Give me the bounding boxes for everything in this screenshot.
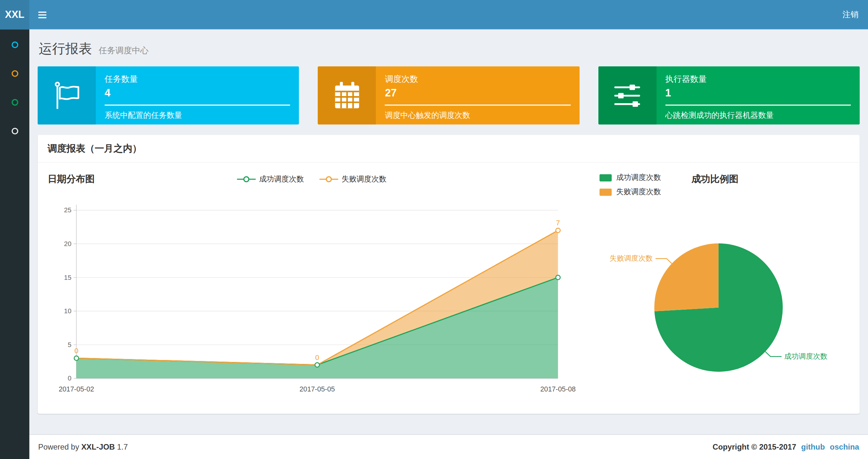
progress-bar xyxy=(104,104,290,105)
info-box-content: 调度次数 27 调度中心触发的调度次数 xyxy=(376,66,580,124)
sidebar-item-1[interactable] xyxy=(0,31,29,59)
line-chart-title: 日期分布图 xyxy=(48,173,95,185)
svg-text:成功调度次数: 成功调度次数 xyxy=(784,352,827,360)
sidebar-toggle-button[interactable] xyxy=(29,0,55,29)
svg-text:2017-05-02: 2017-05-02 xyxy=(59,385,94,393)
info-box-content: 任务数量 4 系统中配置的任务数量 xyxy=(96,66,299,124)
info-box-content: 执行器数量 1 心跳检测成功的执行器机器数量 xyxy=(656,66,860,124)
footer-right: Copyright © 2015-2017 github oschina xyxy=(712,442,859,451)
line-chart-legend: 成功调度次数 失败调度次数 xyxy=(46,169,577,184)
legend-item-fail[interactable]: 失败调度次数 xyxy=(319,174,386,185)
line-chart-header: 日期分布图 成功调度次数 xyxy=(46,169,577,190)
legend-label: 成功调度次数 xyxy=(259,174,304,185)
legend-label: 失败调度次数 xyxy=(341,174,386,185)
page-header: 运行报表 任务调度中心 xyxy=(39,40,860,58)
svg-text:25: 25 xyxy=(64,206,71,214)
hamburger-icon xyxy=(38,11,46,18)
info-box-number: 1 xyxy=(665,87,851,99)
success-ratio-chart: 成功调度次数 失败调度次数 成功比例图 成功调度次数失败调度次数 xyxy=(577,169,851,404)
main-content: 运行报表 任务调度中心 任务数量 4 系统中配置的任务数量 xyxy=(29,29,868,434)
info-box-number: 27 xyxy=(385,87,570,99)
logout-link[interactable]: 注销 xyxy=(833,0,868,29)
line-marker-icon xyxy=(319,175,338,183)
info-box-title: 调度次数 xyxy=(385,74,570,85)
svg-text:10: 10 xyxy=(64,307,71,315)
svg-text:5: 5 xyxy=(68,341,71,348)
page-title: 运行报表 xyxy=(39,41,92,56)
navbar: XXL 注销 xyxy=(0,0,868,29)
sidebar-item-2[interactable] xyxy=(0,59,29,88)
sidebar-item-4[interactable] xyxy=(0,117,29,146)
pie-chart-header: 成功调度次数 失败调度次数 成功比例图 xyxy=(577,169,851,194)
page-subtitle: 任务调度中心 xyxy=(99,45,149,55)
info-box-description: 心跳检测成功的执行器机器数量 xyxy=(665,111,851,121)
svg-text:0: 0 xyxy=(74,347,78,355)
brand-name: XXL-JOB xyxy=(81,442,115,451)
info-box-executors: 执行器数量 1 心跳检测成功的执行器机器数量 xyxy=(598,66,860,124)
svg-text:0: 0 xyxy=(68,374,71,382)
oschina-link[interactable]: oschina xyxy=(830,442,859,451)
info-box-icon-area xyxy=(598,66,656,124)
info-box-title: 任务数量 xyxy=(104,74,290,85)
copyright-text: Copyright © 2015-2017 xyxy=(712,442,796,451)
info-box-triggers: 调度次数 27 调度中心触发的调度次数 xyxy=(318,66,580,124)
pie-chart-title: 成功比例图 xyxy=(691,173,738,185)
app-root: XXL 注销 运行报表 任务调度中心 xyxy=(0,0,868,459)
circle-icon xyxy=(11,41,18,48)
legend-item-success[interactable]: 成功调度次数 xyxy=(237,174,304,185)
svg-text:15: 15 xyxy=(64,274,71,281)
sliders-icon xyxy=(613,81,642,110)
info-box-number: 4 xyxy=(104,87,290,99)
flag-icon xyxy=(52,81,81,110)
line-marker-icon xyxy=(237,175,256,183)
svg-text:7: 7 xyxy=(556,219,560,227)
svg-text:失败调度次数: 失败调度次数 xyxy=(610,254,653,262)
powered-by: Powered by XXL-JOB 1.7 xyxy=(38,442,128,451)
legend-item-success[interactable]: 成功调度次数 xyxy=(600,173,661,183)
summary-boxes: 任务数量 4 系统中配置的任务数量 xyxy=(38,66,860,124)
panel-title: 调度报表（一月之内） xyxy=(38,135,860,163)
pie-chart-canvas[interactable]: 成功调度次数失败调度次数 xyxy=(577,194,851,381)
info-box-title: 执行器数量 xyxy=(665,74,851,85)
circle-icon xyxy=(11,70,18,76)
info-box-tasks: 任务数量 4 系统中配置的任务数量 xyxy=(38,66,299,124)
progress-bar xyxy=(665,104,851,105)
info-box-description: 系统中配置的任务数量 xyxy=(104,111,290,121)
panel-body: 日期分布图 成功调度次数 xyxy=(38,163,860,414)
date-distribution-chart: 日期分布图 成功调度次数 xyxy=(46,169,577,404)
svg-text:2017-05-08: 2017-05-08 xyxy=(540,385,576,393)
info-box-icon-area xyxy=(318,66,376,124)
footer: Powered by XXL-JOB 1.7 Copyright © 2015-… xyxy=(29,434,868,459)
legend-label: 成功调度次数 xyxy=(616,173,661,183)
legend-swatch-icon xyxy=(600,174,612,181)
svg-text:20: 20 xyxy=(64,240,71,248)
line-chart-canvas[interactable]: 05101520252017-05-022017-05-052017-05-08… xyxy=(46,190,577,401)
info-box-description: 调度中心触发的调度次数 xyxy=(385,111,570,121)
circle-icon xyxy=(11,99,18,105)
report-panel: 调度报表（一月之内） 日期分布图 成功调度次数 xyxy=(38,135,860,414)
svg-text:2017-05-05: 2017-05-05 xyxy=(300,385,335,393)
app-logo[interactable]: XXL xyxy=(0,0,29,29)
github-link[interactable]: github xyxy=(801,442,825,451)
sidebar xyxy=(0,29,29,459)
sidebar-item-3[interactable] xyxy=(0,88,29,117)
calendar-icon xyxy=(333,81,362,110)
info-box-icon-area xyxy=(38,66,96,124)
pie-chart-legend: 成功调度次数 失败调度次数 xyxy=(600,173,661,197)
progress-bar xyxy=(385,104,570,105)
svg-text:0: 0 xyxy=(315,354,319,362)
circle-icon xyxy=(11,128,18,134)
